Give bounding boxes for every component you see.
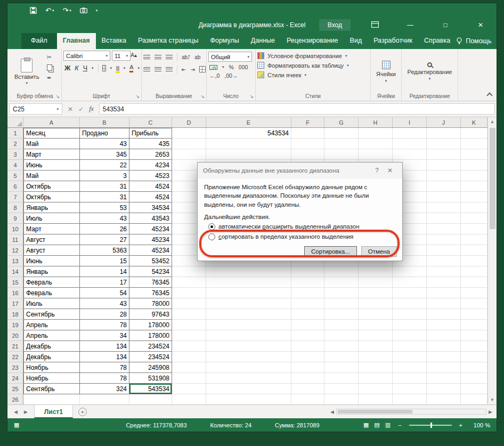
macro-record-icon[interactable]: ▦ bbox=[14, 421, 19, 428]
vertical-scroll-thumb[interactable] bbox=[490, 128, 495, 229]
maximize-button[interactable]: □ bbox=[435, 21, 456, 29]
cell-E25[interactable] bbox=[206, 384, 291, 394]
paste-button[interactable]: Вставить ▾ bbox=[10, 51, 44, 93]
cell-D17[interactable] bbox=[172, 298, 206, 309]
number-launcher-icon[interactable]: ↘ bbox=[249, 94, 254, 99]
cell-B15[interactable]: 17 bbox=[80, 277, 129, 288]
cell-I22[interactable] bbox=[393, 352, 427, 362]
normal-view-icon[interactable]: ▦ bbox=[363, 421, 369, 428]
cell-H19[interactable] bbox=[359, 320, 393, 330]
cell-J5[interactable] bbox=[427, 171, 461, 181]
currency-format-icon[interactable] bbox=[209, 65, 217, 70]
cell-A5[interactable]: Май bbox=[23, 171, 80, 181]
row-header-18[interactable]: 18 bbox=[7, 309, 23, 320]
row-header-10[interactable]: 10 bbox=[7, 224, 23, 234]
vertical-scrollbar[interactable]: ▲ ▼ bbox=[487, 117, 497, 404]
cell-C23[interactable]: 245908 bbox=[129, 362, 172, 373]
cell-A22[interactable]: Декабрь bbox=[23, 352, 80, 362]
font-launcher-icon[interactable]: ↘ bbox=[135, 94, 140, 99]
cell-B18[interactable]: 28 bbox=[80, 309, 129, 320]
cell-E3[interactable] bbox=[206, 149, 291, 160]
cell-A25[interactable]: Сентябрь bbox=[23, 384, 80, 394]
cell-B5[interactable]: 3 bbox=[80, 171, 129, 181]
cell-A21[interactable]: Декабрь bbox=[23, 341, 80, 352]
cell-C26[interactable] bbox=[129, 394, 172, 404]
cell-B4[interactable]: 22 bbox=[80, 160, 129, 171]
percent-format-icon[interactable]: % bbox=[229, 64, 234, 70]
cell-J3[interactable] bbox=[427, 149, 461, 160]
column-header-K[interactable]: K bbox=[461, 117, 487, 127]
cell-J12[interactable] bbox=[427, 245, 461, 256]
tab-Разметка страницы[interactable]: Разметка страницы bbox=[132, 33, 204, 49]
cell-D18[interactable] bbox=[172, 309, 206, 320]
align-right-icon[interactable] bbox=[166, 67, 173, 72]
cell-D22[interactable] bbox=[172, 352, 206, 362]
radio-sort-within-selection[interactable]: сортировать в пределах указанного выделе… bbox=[204, 233, 396, 240]
cancel-entry-icon[interactable]: ✕ bbox=[68, 106, 73, 113]
scroll-down-icon[interactable]: ▼ bbox=[490, 395, 494, 404]
tab-Разработчик[interactable]: Разработчик bbox=[368, 33, 418, 49]
row-header-15[interactable]: 15 bbox=[7, 277, 23, 288]
cell-B1[interactable]: Продано bbox=[80, 128, 129, 139]
cancel-button[interactable]: Отмена bbox=[361, 246, 397, 257]
cell-I17[interactable] bbox=[393, 298, 427, 309]
cell-J2[interactable] bbox=[427, 139, 461, 149]
italic-button[interactable]: К bbox=[75, 64, 78, 72]
cell-I26[interactable] bbox=[393, 394, 427, 404]
cell-G18[interactable] bbox=[324, 309, 359, 320]
dialog-title-bar[interactable]: Обнаружены данные вне указанного диапазо… bbox=[198, 163, 402, 179]
tab-Файл[interactable]: Файл bbox=[21, 33, 57, 49]
zoom-slider-thumb[interactable] bbox=[430, 423, 432, 428]
decrease-decimal-icon[interactable]: ,00→ bbox=[224, 72, 238, 79]
cell-K15[interactable] bbox=[461, 277, 487, 288]
cell-D25[interactable] bbox=[172, 384, 206, 394]
save-icon[interactable] bbox=[30, 7, 37, 14]
cell-E19[interactable] bbox=[206, 320, 291, 330]
cell-E15[interactable] bbox=[206, 277, 291, 288]
page-layout-view-icon[interactable]: ▤ bbox=[374, 421, 379, 428]
cell-I14[interactable] bbox=[393, 266, 427, 277]
cell-A9[interactable]: Июль bbox=[23, 213, 80, 224]
cell-I2[interactable] bbox=[393, 139, 427, 149]
cell-B3[interactable]: 345 bbox=[80, 149, 129, 160]
row-header-19[interactable]: 19 bbox=[7, 320, 23, 330]
row-header-3[interactable]: 3 bbox=[7, 149, 23, 160]
row-header-24[interactable]: 24 bbox=[7, 373, 23, 384]
cell-H24[interactable] bbox=[359, 373, 393, 384]
cell-E20[interactable] bbox=[206, 330, 291, 341]
cut-icon[interactable]: ✂ bbox=[47, 54, 52, 61]
cell-J13[interactable] bbox=[427, 256, 461, 266]
cell-E26[interactable] bbox=[206, 394, 291, 404]
cell-F3[interactable] bbox=[291, 149, 324, 160]
prev-sheet-icon[interactable]: ◀ bbox=[14, 409, 18, 415]
cell-I15[interactable] bbox=[393, 277, 427, 288]
column-header-G[interactable]: G bbox=[324, 117, 359, 127]
cell-C16[interactable]: 76345 bbox=[129, 288, 172, 298]
row-header-1[interactable]: 1 bbox=[7, 128, 23, 139]
minimize-button[interactable]: — bbox=[400, 21, 421, 29]
cell-K7[interactable] bbox=[461, 192, 487, 202]
row-header-17[interactable]: 17 bbox=[7, 298, 23, 309]
merge-center-icon[interactable] bbox=[199, 66, 206, 72]
formula-input[interactable]: 543534 bbox=[99, 103, 495, 115]
cell-I25[interactable] bbox=[393, 384, 427, 394]
cell-I20[interactable] bbox=[393, 330, 427, 341]
cell-K8[interactable] bbox=[461, 202, 487, 213]
cell-G26[interactable] bbox=[324, 394, 359, 404]
sheet-tab-list1[interactable]: Лист1 bbox=[34, 405, 73, 418]
cell-D21[interactable] bbox=[172, 341, 206, 352]
cell-K24[interactable] bbox=[461, 373, 487, 384]
cell-K9[interactable] bbox=[461, 213, 487, 224]
tab-Вставка[interactable]: Вставка bbox=[96, 33, 132, 49]
cell-B10[interactable]: 26 bbox=[80, 224, 129, 234]
tab-Главная[interactable]: Главная bbox=[57, 33, 96, 49]
cell-D16[interactable] bbox=[172, 288, 206, 298]
zoom-level[interactable]: 100 % bbox=[470, 422, 490, 428]
cell-I18[interactable] bbox=[393, 309, 427, 320]
cell-A12[interactable]: Август bbox=[23, 245, 80, 256]
cell-B6[interactable]: 31 bbox=[80, 181, 129, 192]
cell-G17[interactable] bbox=[324, 298, 359, 309]
row-header-5[interactable]: 5 bbox=[7, 171, 23, 181]
decrease-indent-icon[interactable]: ⇤ bbox=[182, 67, 186, 72]
cell-A19[interactable]: Апрель bbox=[23, 320, 80, 330]
